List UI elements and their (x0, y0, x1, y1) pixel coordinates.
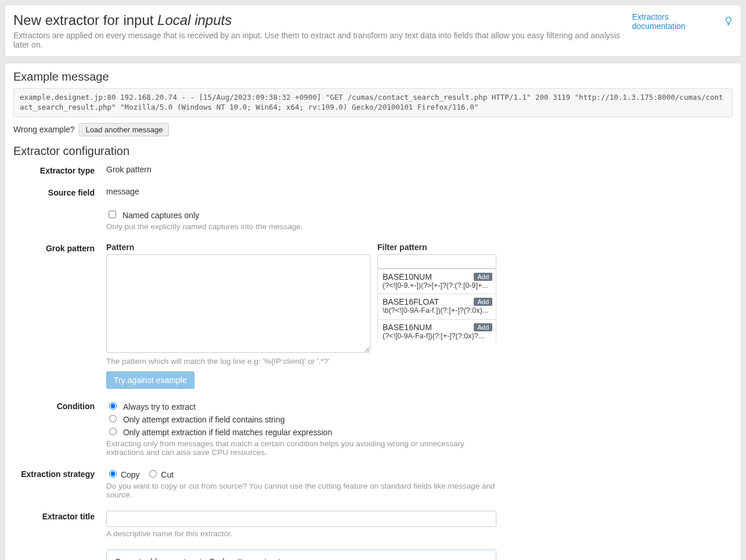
wrong-example-row: Wrong example? Load another message (13, 123, 733, 136)
add-pattern-button[interactable]: Add (474, 298, 492, 306)
example-heading: Example message (13, 70, 733, 84)
extractor-title-label: Extractor title (13, 511, 95, 538)
wrong-example-label: Wrong example? (13, 125, 75, 134)
load-another-button[interactable]: Load another message (79, 123, 169, 136)
named-captures-help: Only put the explicitly named captures i… (106, 222, 733, 231)
strategy-copy-radio[interactable] (109, 470, 117, 478)
named-captures-checkbox[interactable] (109, 211, 116, 218)
strategy-cut-radio[interactable] (149, 470, 157, 478)
pattern-regex: (?<![0-9.+-])(?>[+-]?(?:(?:[0-9]+... (383, 281, 491, 290)
header-panel: New extractor for input Local inputs Ext… (5, 5, 741, 57)
filter-pattern-label: Filter pattern (377, 243, 496, 252)
main-panel: Example message example.designet.jp:80 1… (5, 63, 741, 560)
input-name: Local inputs (157, 12, 232, 28)
pattern-item-base16num: Add BASE16NUM (?<![0-9A-Fa-f])(?:[+-]?(?… (377, 320, 496, 343)
extractor-type-label: Extractor type (13, 165, 95, 175)
condition-always-radio[interactable] (109, 402, 117, 410)
filter-pattern-input[interactable] (377, 254, 496, 269)
config-heading: Extractor configuration (13, 144, 733, 158)
example-message: example.designet.jp:80 192.168.20.74 - -… (13, 88, 733, 117)
page-subtitle: Extractors are applied on every message … (13, 31, 632, 49)
pattern-item-base16float: Add BASE16FLOAT \b(?<![0-9A-Fa-f.])(?:[+… (377, 294, 496, 320)
condition-regex-label[interactable]: Only attempt extraction if field matches… (123, 428, 332, 437)
page-title: New extractor for input Local inputs (13, 12, 632, 28)
source-field-label: Source field (13, 187, 95, 197)
pattern-regex: \b(?<![0-9A-Fa-f.])(?:[+-]?(?:0x)... (383, 306, 491, 315)
pattern-item-base10num: Add BASE10NUM (?<![0-9.+-])(?>[+-]?(?:(?… (377, 269, 496, 294)
source-field-value: message (106, 187, 733, 197)
condition-always-label[interactable]: Always try to extract (123, 402, 196, 411)
condition-contains-radio[interactable] (109, 415, 117, 422)
condition-help: Extracting only from messages that match… (106, 439, 496, 457)
pattern-help: The pattern which will match the log lin… (106, 357, 733, 366)
strategy-label: Extraction strategy (13, 468, 95, 499)
title-prefix: New extractor for input (13, 12, 157, 28)
strategy-help: Do you want to copy or cut from source? … (106, 482, 496, 499)
extractor-title-help: A descriptive name for this extractor. (106, 529, 733, 538)
condition-label: Condition (13, 400, 95, 457)
strategy-copy-label[interactable]: Copy (121, 470, 140, 479)
strategy-cut-label[interactable]: Cut (161, 470, 174, 479)
add-pattern-button[interactable]: Add (474, 323, 492, 331)
pattern-regex: (?<![0-9A-Fa-f])(?:[+-]?(?:0x)?... (383, 332, 491, 340)
pattern-list[interactable]: Add BASE10NUM (?<![0-9.+-])(?>[+-]?(?:(?… (377, 269, 496, 343)
named-captures-row: Named captures only Only put the explici… (106, 209, 733, 231)
condition-contains-label[interactable]: Only attempt extraction if field contain… (123, 415, 285, 424)
grok-pattern-label: Grok pattern (13, 243, 95, 389)
named-captures-label[interactable]: Named captures only (122, 211, 199, 220)
lightbulb-icon (725, 16, 733, 27)
pattern-textarea[interactable] (106, 254, 370, 353)
doc-link-label: Extractors documentation (632, 12, 722, 31)
add-pattern-button[interactable]: Add (474, 273, 492, 281)
condition-regex-radio[interactable] (109, 428, 117, 435)
converter-notice: Cannot add converters to Grok pattern ex… (106, 550, 496, 560)
extractor-type-value: Grok pattern (106, 165, 733, 175)
documentation-link[interactable]: Extractors documentation (632, 12, 733, 31)
pattern-label: Pattern (106, 243, 370, 252)
try-against-example-button[interactable]: Try against example (106, 371, 194, 389)
extractor-title-input[interactable] (106, 511, 496, 527)
